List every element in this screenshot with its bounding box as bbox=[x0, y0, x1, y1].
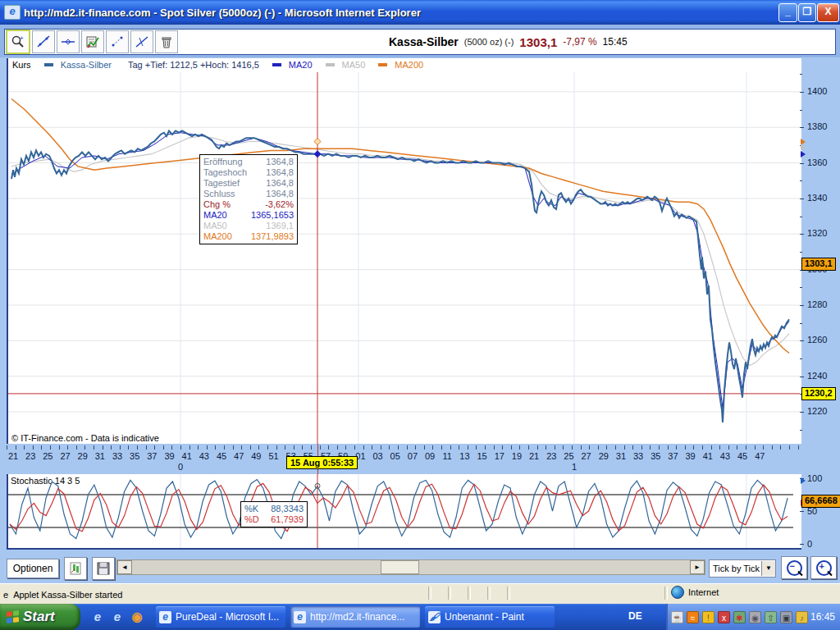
y-axis-label: 1240 bbox=[807, 371, 827, 381]
price-badge: 1303,1 bbox=[801, 258, 836, 271]
zoom-out-button[interactable]: − bbox=[781, 556, 807, 579]
delete-line-tool-button[interactable] bbox=[130, 30, 153, 53]
legend-swatch bbox=[44, 63, 53, 66]
usb-eject-icon[interactable]: ⇧ bbox=[765, 611, 777, 623]
x-axis-label: 51 bbox=[268, 451, 278, 461]
tooltip-row: Eröffnung1364,8 bbox=[203, 157, 294, 167]
task-button-1[interactable]: ehttp://md2.it-finance... bbox=[290, 606, 420, 628]
stoch-y-label: 100 bbox=[807, 473, 822, 483]
stochastic-chart-svg[interactable] bbox=[0, 474, 800, 548]
network-error-icon[interactable]: ✱ bbox=[733, 611, 746, 623]
stoch-y-label: 0 bbox=[807, 539, 812, 549]
x-axis-label: 33 bbox=[112, 451, 122, 461]
trendline-tool-button[interactable] bbox=[32, 30, 55, 53]
task-button-0[interactable]: ePureDeal - Microsoft I... bbox=[156, 606, 285, 628]
x-axis-label: 13 bbox=[459, 451, 469, 461]
status-text: Applet Kassa-Silber started bbox=[13, 590, 122, 600]
tooltip-row: Tageshoch1364,8 bbox=[203, 167, 294, 178]
scrollbar-thumb[interactable] bbox=[381, 560, 419, 574]
y-tick bbox=[800, 92, 804, 93]
period-dropdown-value: Tick by Tick bbox=[710, 564, 761, 573]
y-axis-label: 1360 bbox=[807, 158, 827, 167]
restore-button[interactable]: ❐ bbox=[798, 3, 816, 22]
save-chart-button[interactable] bbox=[64, 557, 87, 580]
applet-status-icon: e bbox=[3, 590, 8, 600]
scroll-right-arrow[interactable]: ► bbox=[690, 560, 705, 574]
horizontal-scrollbar[interactable]: ◄ ► bbox=[116, 559, 705, 575]
optionen-button[interactable]: Optionen bbox=[7, 559, 59, 578]
tooltip-row: %D61,7939 bbox=[244, 514, 304, 525]
x-axis-label: 23 bbox=[25, 451, 35, 461]
axis-arrow-marker bbox=[801, 151, 806, 158]
task-button-2[interactable]: 🖌Unbenannt - Paint bbox=[425, 606, 555, 628]
start-button[interactable]: Start bbox=[0, 604, 80, 630]
display-icon[interactable]: ▣ bbox=[780, 611, 792, 623]
security-warning-icon[interactable]: ! bbox=[702, 611, 714, 623]
indicator-list-tool-button[interactable] bbox=[81, 30, 104, 53]
stoch-y-tick bbox=[800, 544, 804, 545]
chevron-down-icon[interactable]: ▼ bbox=[761, 561, 775, 576]
save-button[interactable] bbox=[92, 557, 115, 580]
legend-swatch bbox=[272, 63, 281, 66]
ie-icon[interactable]: e bbox=[110, 609, 125, 624]
x-axis-label: 09 bbox=[425, 451, 435, 461]
tooltip-row: MA201365,1653 bbox=[203, 210, 294, 221]
horizontal-line-tool-button[interactable] bbox=[57, 30, 80, 53]
y-tick bbox=[800, 163, 804, 164]
zone-label: Internet bbox=[688, 587, 719, 597]
tooltip-row: MA2001371,9893 bbox=[203, 231, 294, 242]
ie-desktop-icon[interactable]: e bbox=[90, 609, 105, 624]
main-chart-svg[interactable] bbox=[0, 72, 800, 444]
task-icon: 🖌 bbox=[428, 611, 441, 623]
task-icon: e bbox=[159, 611, 171, 623]
x-axis-label: 29 bbox=[78, 451, 88, 461]
y-tick-minor bbox=[800, 217, 802, 217]
x-axis-label: 29 bbox=[599, 451, 609, 461]
legend-item-3: MA50 bbox=[342, 60, 366, 70]
quote-time: 15:45 bbox=[603, 36, 628, 48]
scroll-left-arrow[interactable]: ◄ bbox=[117, 560, 132, 574]
language-indicator[interactable]: DE bbox=[628, 610, 642, 622]
x-axis-label: 15 bbox=[477, 451, 486, 461]
x-axis-label: 27 bbox=[60, 451, 70, 461]
ie-logo-icon: e bbox=[4, 5, 21, 20]
x-axis-ticks bbox=[7, 445, 800, 450]
x-axis-label: 37 bbox=[668, 451, 678, 461]
x-axis-label: 23 bbox=[546, 451, 556, 461]
y-tick-minor bbox=[800, 110, 802, 111]
trash-tool-button[interactable] bbox=[155, 30, 178, 53]
segment-tool-button[interactable] bbox=[106, 30, 129, 53]
messenger-icon[interactable]: ♪ bbox=[796, 611, 808, 623]
period-dropdown[interactable]: Tick by Tick ▼ bbox=[709, 559, 776, 578]
y-axis-label: 1380 bbox=[807, 121, 827, 131]
tooltip-row: MA501369,1 bbox=[203, 221, 294, 231]
zoom-select-tool-button[interactable]: + bbox=[6, 30, 30, 54]
x-axis-label: 49 bbox=[251, 451, 261, 461]
start-label: Start bbox=[23, 609, 55, 625]
y-axis-label: 1400 bbox=[807, 86, 827, 96]
x-axis-label: 17 bbox=[495, 451, 504, 461]
x-axis-label: 05 bbox=[390, 451, 400, 461]
update-icon[interactable]: ≈ bbox=[687, 611, 699, 623]
volume-icon[interactable]: ◉ bbox=[749, 611, 761, 623]
security-alert-icon[interactable]: x bbox=[718, 611, 730, 623]
x-axis-label: 41 bbox=[703, 451, 713, 461]
x-axis-label: 43 bbox=[720, 451, 730, 461]
y-tick-minor bbox=[800, 287, 802, 288]
y-tick-minor bbox=[800, 74, 802, 75]
y-tick bbox=[800, 412, 804, 413]
instrument-name: Kassa-Silber bbox=[389, 35, 459, 48]
x-axis-label: 47 bbox=[234, 451, 244, 461]
price-tooltip: Eröffnung1364,8Tageshoch1364,8Tagestief1… bbox=[199, 154, 298, 244]
instrument-unit: (5000 oz) (-) bbox=[464, 37, 514, 47]
minimize-button[interactable]: _ bbox=[778, 3, 797, 22]
x-axis-label: 43 bbox=[199, 451, 209, 461]
java-icon[interactable]: ☕ bbox=[671, 611, 683, 623]
tooltip-row: Tagestief1364,8 bbox=[203, 178, 294, 189]
close-button[interactable]: X bbox=[817, 3, 839, 22]
legend-item-0: Kassa-Silber bbox=[61, 60, 112, 70]
zoom-in-button[interactable]: + bbox=[810, 556, 837, 579]
taskbar-clock: 16:45 bbox=[810, 611, 835, 623]
media-player-icon[interactable]: ◉ bbox=[130, 609, 144, 624]
y-tick bbox=[800, 305, 804, 306]
